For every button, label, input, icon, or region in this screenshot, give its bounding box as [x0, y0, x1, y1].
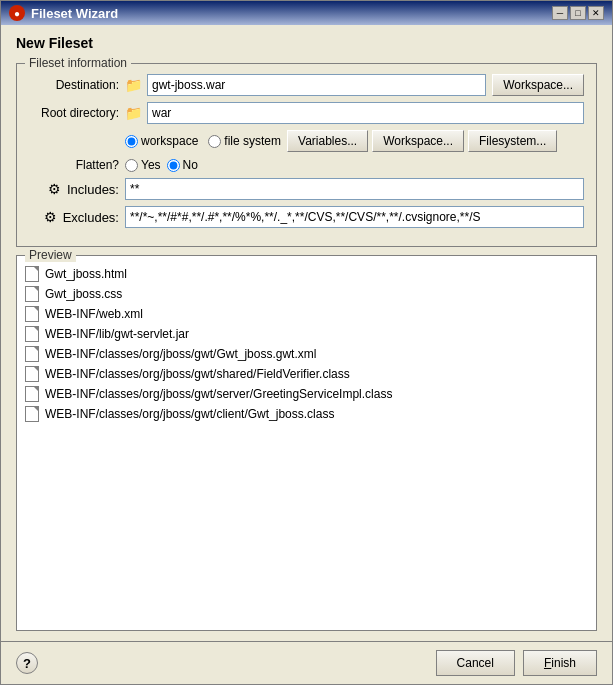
- workspace-button-2[interactable]: Workspace...: [372, 130, 464, 152]
- list-item-text: Gwt_jboss.html: [45, 267, 127, 281]
- filesystem-radio[interactable]: [208, 135, 221, 148]
- list-item-text: WEB-INF/classes/org/jboss/gwt/Gwt_jboss.…: [45, 347, 316, 361]
- radio-group: workspace file system: [125, 134, 281, 148]
- file-icon: [25, 326, 39, 342]
- list-item-text: WEB-INF/classes/org/jboss/gwt/server/Gre…: [45, 387, 392, 401]
- list-item[interactable]: Gwt_jboss.html: [17, 264, 596, 284]
- flatten-row: Flatten? Yes No: [29, 158, 584, 172]
- workspace-button-1[interactable]: Workspace...: [492, 74, 584, 96]
- file-icon: [25, 286, 39, 302]
- close-button[interactable]: ✕: [588, 6, 604, 20]
- filesystem-button[interactable]: Filesystem...: [468, 130, 557, 152]
- fileset-info-group: Fileset information Destination: 📁 Works…: [16, 63, 597, 247]
- yes-radio[interactable]: [125, 159, 138, 172]
- minimize-button[interactable]: ─: [552, 6, 568, 20]
- file-icon: [25, 266, 39, 282]
- preview-list[interactable]: Gwt_jboss.htmlGwt_jboss.cssWEB-INF/web.x…: [17, 260, 596, 630]
- list-item[interactable]: WEB-INF/web.xml: [17, 304, 596, 324]
- excludes-label: Excludes:: [63, 210, 119, 225]
- window-controls: ─ □ ✕: [552, 6, 604, 20]
- list-item-text: WEB-INF/lib/gwt-servlet.jar: [45, 327, 189, 341]
- includes-label-area: ⚙ Includes:: [29, 181, 119, 197]
- footer: ? Cancel Finish: [1, 641, 612, 684]
- destination-row: Destination: 📁 Workspace...: [29, 74, 584, 96]
- list-item-text: WEB-INF/classes/org/jboss/gwt/client/Gwt…: [45, 407, 334, 421]
- destination-input[interactable]: [147, 74, 486, 96]
- root-directory-input[interactable]: [147, 102, 584, 124]
- destination-icon: 📁: [125, 77, 141, 93]
- no-radio-label[interactable]: No: [167, 158, 198, 172]
- location-buttons: Variables... Workspace... Filesystem...: [287, 130, 557, 152]
- includes-label: Includes:: [67, 182, 119, 197]
- list-item[interactable]: WEB-INF/classes/org/jboss/gwt/server/Gre…: [17, 384, 596, 404]
- list-item[interactable]: WEB-INF/lib/gwt-servlet.jar: [17, 324, 596, 344]
- destination-label: Destination:: [29, 78, 119, 92]
- window: ● Fileset Wizard ─ □ ✕ New Fileset Files…: [0, 0, 613, 685]
- finish-button[interactable]: Finish: [523, 650, 597, 676]
- filesystem-radio-text: file system: [224, 134, 281, 148]
- preview-group: Preview Gwt_jboss.htmlGwt_jboss.cssWEB-I…: [16, 255, 597, 631]
- list-item-text: Gwt_jboss.css: [45, 287, 122, 301]
- root-directory-label: Root directory:: [29, 106, 119, 120]
- finish-label: Finish: [544, 656, 576, 670]
- excludes-label-area: ⚙ Excludes:: [29, 209, 119, 225]
- list-item[interactable]: WEB-INF/classes/org/jboss/gwt/client/Gwt…: [17, 404, 596, 424]
- page-title: New Fileset: [16, 35, 597, 51]
- list-item[interactable]: WEB-INF/classes/org/jboss/gwt/Gwt_jboss.…: [17, 344, 596, 364]
- fileset-info-label: Fileset information: [25, 56, 131, 70]
- file-icon: [25, 306, 39, 322]
- help-button[interactable]: ?: [16, 652, 38, 674]
- workspace-radio-text: workspace: [141, 134, 198, 148]
- yes-label: Yes: [141, 158, 161, 172]
- file-icon: [25, 366, 39, 382]
- includes-gear-icon: ⚙: [47, 181, 63, 197]
- file-icon: [25, 386, 39, 402]
- list-item-text: WEB-INF/web.xml: [45, 307, 143, 321]
- variables-button[interactable]: Variables...: [287, 130, 368, 152]
- preview-label: Preview: [25, 248, 76, 262]
- root-directory-row: Root directory: 📁: [29, 102, 584, 124]
- window-title: Fileset Wizard: [31, 6, 118, 21]
- includes-input[interactable]: [125, 178, 584, 200]
- radio-row: workspace file system Variables... Works…: [29, 130, 584, 152]
- file-icon: [25, 346, 39, 362]
- excludes-gear-icon: ⚙: [43, 209, 59, 225]
- filesystem-radio-label[interactable]: file system: [208, 134, 281, 148]
- content-area: New Fileset Fileset information Destinat…: [1, 25, 612, 641]
- folder-icon: 📁: [125, 105, 141, 121]
- no-label: No: [183, 158, 198, 172]
- excludes-row: ⚙ Excludes:: [29, 206, 584, 228]
- workspace-radio[interactable]: [125, 135, 138, 148]
- footer-right: Cancel Finish: [436, 650, 597, 676]
- excludes-input[interactable]: [125, 206, 584, 228]
- title-bar: ● Fileset Wizard ─ □ ✕: [1, 1, 612, 25]
- cancel-button[interactable]: Cancel: [436, 650, 515, 676]
- app-icon: ●: [9, 5, 25, 21]
- list-item[interactable]: Gwt_jboss.css: [17, 284, 596, 304]
- title-bar-left: ● Fileset Wizard: [9, 5, 118, 21]
- yes-radio-label[interactable]: Yes: [125, 158, 161, 172]
- list-item[interactable]: WEB-INF/classes/org/jboss/gwt/shared/Fie…: [17, 364, 596, 384]
- maximize-button[interactable]: □: [570, 6, 586, 20]
- file-icon: [25, 406, 39, 422]
- includes-row: ⚙ Includes:: [29, 178, 584, 200]
- workspace-radio-label[interactable]: workspace: [125, 134, 198, 148]
- flatten-label: Flatten?: [29, 158, 119, 172]
- no-radio[interactable]: [167, 159, 180, 172]
- list-item-text: WEB-INF/classes/org/jboss/gwt/shared/Fie…: [45, 367, 350, 381]
